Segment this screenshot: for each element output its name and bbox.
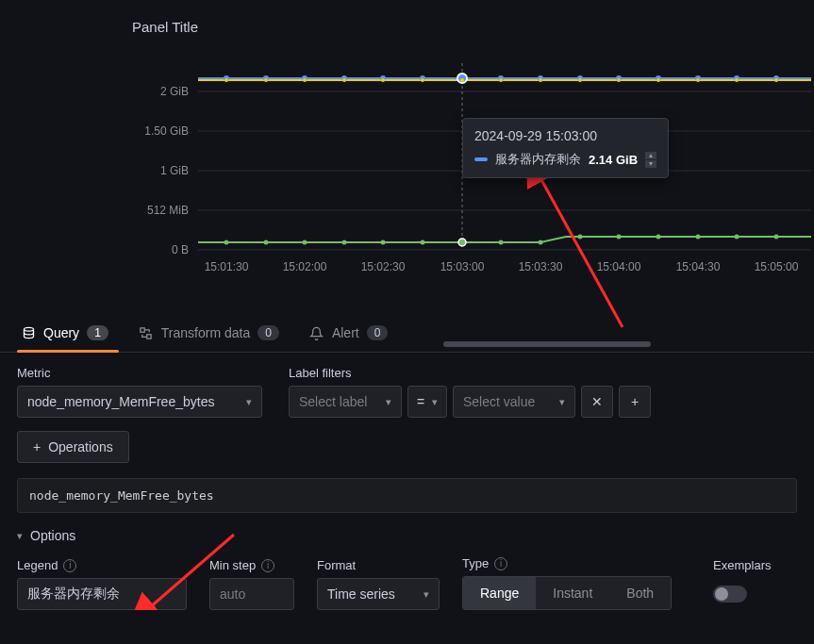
- tabs: Query 1 Transform data 0 Alert 0: [0, 308, 814, 353]
- svg-point-33: [617, 78, 621, 82]
- svg-point-38: [224, 240, 229, 245]
- label-name-placeholder: Select label: [299, 394, 367, 409]
- operations-label: Operations: [48, 439, 112, 454]
- svg-point-43: [421, 240, 425, 245]
- tooltip-series-marker: [474, 157, 488, 161]
- svg-point-37: [774, 78, 778, 82]
- svg-point-30: [499, 78, 503, 82]
- svg-point-29: [460, 78, 464, 82]
- bell-icon: [309, 325, 324, 340]
- tooltip-timestamp: 2024-09-29 15:03:00: [474, 128, 656, 143]
- active-tab-indicator: [17, 350, 119, 353]
- type-label: Type: [462, 556, 489, 570]
- operator-select[interactable]: = ▾: [407, 386, 447, 418]
- svg-point-42: [381, 240, 386, 245]
- format-label: Format: [317, 558, 440, 572]
- y-tick: 0 B: [172, 243, 189, 256]
- y-tick: 1 GiB: [160, 164, 189, 177]
- chevron-down-icon: ▾: [17, 530, 23, 542]
- svg-point-47: [578, 235, 583, 239]
- y-tick: 2 GiB: [160, 85, 189, 98]
- tab-query-count: 1: [87, 325, 108, 340]
- x-tick: 15:03:00: [440, 260, 485, 273]
- tooltip-series-label: 服务器内存剩余: [495, 151, 581, 168]
- svg-point-48: [617, 235, 622, 239]
- x-tick: 15:04:00: [597, 260, 641, 273]
- svg-point-23: [224, 78, 228, 82]
- x-tick: 15:01:30: [205, 260, 249, 273]
- query-expression[interactable]: node_memory_MemFree_bytes: [17, 478, 797, 513]
- svg-point-41: [342, 240, 347, 245]
- options-toggle[interactable]: ▾ Options: [17, 528, 797, 543]
- label-filters-label: Label filters: [289, 366, 651, 380]
- tab-query-label: Query: [43, 325, 79, 340]
- x-tick: 15:04:30: [676, 260, 721, 273]
- tab-transform-count: 0: [257, 325, 279, 340]
- svg-point-27: [381, 78, 385, 82]
- x-tick: 15:02:00: [283, 260, 327, 273]
- info-icon[interactable]: i: [63, 559, 76, 572]
- svg-point-31: [539, 78, 542, 82]
- close-icon: ✕: [591, 394, 603, 409]
- svg-point-45: [499, 240, 504, 245]
- type-both-button[interactable]: Both: [609, 577, 671, 609]
- operations-button[interactable]: + Operations: [17, 431, 129, 463]
- info-icon[interactable]: i: [494, 557, 507, 570]
- svg-point-52: [774, 235, 779, 239]
- svg-point-46: [539, 240, 543, 245]
- operator-value: =: [417, 394, 424, 409]
- format-select[interactable]: Time series ▾: [317, 578, 440, 610]
- tab-alert-label: Alert: [332, 325, 359, 340]
- tab-alert[interactable]: Alert 0: [306, 318, 391, 352]
- svg-point-51: [735, 235, 739, 239]
- metric-value: node_memory_MemFree_bytes: [27, 394, 214, 409]
- type-segmented: Range Instant Both: [462, 576, 672, 610]
- svg-point-32: [578, 78, 582, 82]
- svg-point-35: [696, 78, 700, 82]
- svg-point-25: [303, 78, 307, 82]
- chart-tooltip: 2024-09-29 15:03:00 服务器内存剩余 2.14 GiB ▴▾: [462, 118, 669, 178]
- label-value-placeholder: Select value: [463, 394, 535, 409]
- svg-point-44: [458, 239, 466, 246]
- svg-point-49: [656, 235, 661, 239]
- x-tick: 15:05:00: [755, 260, 799, 273]
- y-tick: 1.50 GiB: [144, 124, 189, 138]
- metric-label: Metric: [17, 366, 262, 380]
- panel-title: Panel Title: [132, 19, 814, 35]
- min-step-input[interactable]: auto: [209, 578, 294, 610]
- min-step-placeholder: auto: [220, 586, 245, 602]
- svg-point-36: [735, 78, 739, 82]
- type-instant-button[interactable]: Instant: [536, 577, 609, 609]
- legend-value: 服务器内存剩余: [27, 586, 120, 603]
- plus-icon: +: [631, 394, 639, 409]
- svg-rect-56: [141, 327, 144, 331]
- exemplars-toggle[interactable]: [713, 586, 747, 603]
- tooltip-value: 2.14 GiB: [589, 153, 638, 167]
- chevron-down-icon: ▾: [424, 588, 429, 601]
- svg-point-24: [264, 78, 268, 82]
- chevron-down-icon: ▾: [386, 396, 391, 408]
- chevron-down-icon: ▾: [246, 396, 252, 408]
- add-filter-button[interactable]: +: [619, 386, 651, 418]
- options-label: Options: [30, 528, 75, 543]
- chart[interactable]: 2 GiB 1.50 GiB 1 GiB 512 MiB 0 B 15:01:3…: [132, 44, 814, 308]
- svg-point-50: [696, 235, 701, 239]
- svg-point-28: [421, 78, 424, 82]
- svg-point-34: [656, 78, 660, 82]
- label-name-select[interactable]: Select label ▾: [289, 386, 402, 418]
- metric-select[interactable]: node_memory_MemFree_bytes ▾: [17, 386, 262, 418]
- transform-icon: [139, 325, 154, 340]
- legend-input[interactable]: 服务器内存剩余: [17, 578, 187, 610]
- remove-filter-button[interactable]: ✕: [581, 386, 613, 418]
- svg-point-26: [342, 78, 346, 82]
- tab-query[interactable]: Query 1: [17, 318, 112, 352]
- type-range-button[interactable]: Range: [463, 577, 536, 609]
- legend-label: Legend: [17, 558, 58, 572]
- tab-transform[interactable]: Transform data 0: [135, 318, 283, 352]
- x-tick: 15:03:30: [519, 260, 563, 273]
- tooltip-stepper[interactable]: ▴▾: [645, 152, 656, 168]
- x-tick: 15:02:30: [361, 260, 406, 273]
- label-value-select[interactable]: Select value ▾: [453, 386, 575, 418]
- info-icon[interactable]: i: [261, 559, 274, 572]
- min-step-label: Min step: [209, 558, 256, 572]
